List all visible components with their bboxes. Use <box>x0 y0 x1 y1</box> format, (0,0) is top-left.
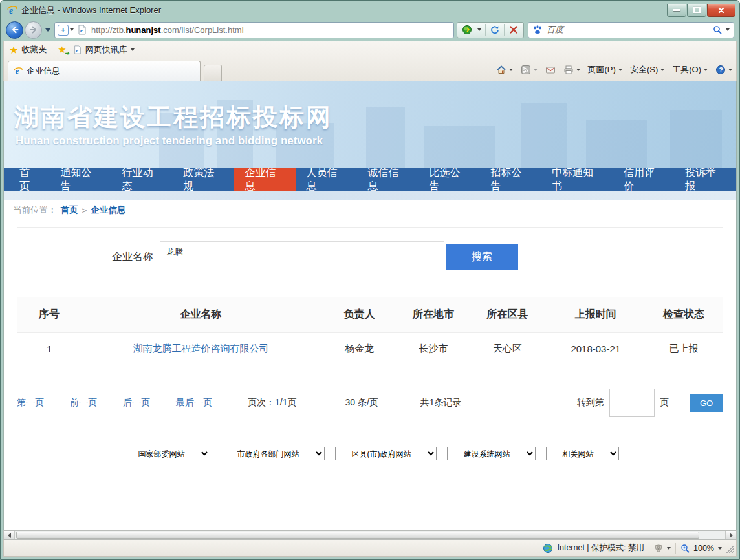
header-manager: 负责人 <box>321 297 398 332</box>
company-name-label: 企业名称 <box>112 250 153 264</box>
nav-item-corp-info[interactable]: 企业信息 <box>234 168 296 191</box>
scroll-left-button[interactable] <box>4 531 15 539</box>
webslice-dropdown[interactable] <box>131 48 135 51</box>
navigation-bar: + e http://ztb.hunanjst.com/list/CorpLis… <box>3 19 737 41</box>
search-engine-box[interactable]: 百度 <box>528 22 734 38</box>
nav-item-award-notice[interactable]: 中标通知书 <box>541 168 613 191</box>
close-button[interactable] <box>707 4 735 17</box>
nav-item-industry[interactable]: 行业动态 <box>111 168 173 191</box>
national-ministries-select[interactable]: ===国家部委网站=== <box>122 447 210 460</box>
home-button[interactable] <box>496 65 513 75</box>
minimize-icon <box>673 9 680 11</box>
goto-page-suffix: 页 <box>660 397 669 409</box>
district-government-select[interactable]: ===区县(市)政府网站=== <box>335 447 437 460</box>
company-name-input[interactable]: 龙腾 <box>160 241 444 272</box>
breadcrumb-current-link[interactable]: 企业信息 <box>91 204 125 216</box>
tools-menu-button[interactable]: 工具(O) <box>672 64 708 76</box>
quick-add-dropdown[interactable] <box>70 28 74 31</box>
page-menu-button[interactable]: 页面(P) <box>588 64 622 76</box>
cell-index: 1 <box>17 332 81 365</box>
nav-item-notices[interactable]: 通知公告 <box>50 168 111 191</box>
search-options-dropdown[interactable] <box>726 28 730 31</box>
nav-item-integrity[interactable]: 诚信信息 <box>357 168 419 191</box>
resize-grip[interactable] <box>724 544 734 553</box>
safety-menu-button[interactable]: 安全(S) <box>630 64 664 76</box>
read-mail-button[interactable] <box>545 65 556 75</box>
help-icon: ? <box>715 65 726 75</box>
feeds-dropdown[interactable] <box>534 69 538 71</box>
zoom-dropdown <box>718 547 722 550</box>
last-page-link[interactable]: 最后一页 <box>176 397 212 409</box>
nav-item-complaint[interactable]: 投诉举报 <box>675 168 736 191</box>
scrollbar-thumb[interactable] <box>16 532 699 539</box>
header-check-status: 检查状态 <box>645 297 723 332</box>
tab-ie-icon: e <box>14 67 23 76</box>
stop-button[interactable] <box>506 23 521 37</box>
mail-icon <box>545 65 556 75</box>
cell-district: 天心区 <box>469 332 547 365</box>
nav-item-home[interactable]: 首页 <box>9 168 50 191</box>
svg-text:?: ? <box>719 67 723 74</box>
add-to-favorites-bar-icon[interactable]: ★➜ <box>58 44 66 56</box>
next-page-link[interactable]: 后一页 <box>123 397 150 409</box>
status-bar: Internet | 保护模式: 禁用 100% <box>3 540 737 557</box>
construction-system-select[interactable]: ===建设系统网站=== <box>447 447 536 460</box>
nav-item-personnel[interactable]: 人员信息 <box>296 168 357 191</box>
header-company-name: 企业名称 <box>81 297 321 332</box>
forward-button[interactable] <box>25 21 42 39</box>
scroll-left-icon <box>8 533 11 538</box>
first-page-link[interactable]: 第一页 <box>17 397 44 409</box>
help-button[interactable]: ? <box>715 65 732 75</box>
nav-item-comparison[interactable]: 比选公告 <box>419 168 480 191</box>
company-link[interactable]: 湖南龙腾工程造价咨询有限公司 <box>133 343 268 354</box>
back-button[interactable] <box>6 21 23 39</box>
new-tab-button[interactable] <box>204 65 222 81</box>
stop-icon <box>508 25 519 35</box>
addon-button[interactable] <box>459 23 475 37</box>
addon-dropdown[interactable] <box>475 23 484 37</box>
favorites-button[interactable]: 收藏夹 <box>21 44 47 56</box>
search-magnifier-icon[interactable] <box>713 25 722 34</box>
site-banner: 湖南省建设工程招标投标网 Hunan construction project … <box>4 81 736 168</box>
address-bar[interactable]: + e http://ztb.hunanjst.com/list/CorpLis… <box>54 22 454 38</box>
feeds-button[interactable] <box>521 65 538 75</box>
home-icon <box>496 65 506 75</box>
print-dropdown[interactable] <box>576 69 580 71</box>
search-button[interactable]: 搜索 <box>446 244 518 270</box>
breadcrumb-home-link[interactable]: 首页 <box>61 204 78 216</box>
quick-add-button[interactable]: + <box>58 25 69 36</box>
tools-menu-dropdown <box>704 69 708 71</box>
goto-page-input[interactable] <box>609 389 655 417</box>
recent-pages-dropdown[interactable] <box>45 28 50 32</box>
nav-item-policy[interactable]: 政策法规 <box>173 168 234 191</box>
table-header-row: 序号 企业名称 负责人 所在地市 所在区县 上报时间 检查状态 <box>17 297 723 332</box>
window-title: 企业信息 - Windows Internet Explorer <box>21 5 161 16</box>
cell-date: 2018-03-21 <box>546 332 645 365</box>
horizontal-scrollbar[interactable] <box>3 530 737 540</box>
tab-corp-info[interactable]: e 企业信息 <box>8 61 201 81</box>
goto-page-label: 转到第 <box>577 397 604 409</box>
nav-item-credit[interactable]: 信用评价 <box>613 168 675 191</box>
close-icon <box>717 6 726 15</box>
prev-page-link[interactable]: 前一页 <box>70 397 97 409</box>
tab-label: 企业信息 <box>27 65 60 77</box>
webslice-gallery-button[interactable]: 网页快讯库 <box>85 44 127 56</box>
go-button[interactable]: GO <box>690 394 723 412</box>
scroll-right-button[interactable] <box>725 531 736 539</box>
related-sites-select[interactable]: ===相关网站=== <box>546 447 619 460</box>
minimize-button[interactable] <box>667 4 686 17</box>
nav-item-tender[interactable]: 招标公告 <box>480 168 541 191</box>
browser-window: e 企业信息 - Windows Internet Explorer <box>0 0 740 560</box>
zoom-control[interactable]: 100% <box>680 544 722 553</box>
print-button[interactable] <box>563 65 580 75</box>
refresh-button[interactable] <box>487 23 503 37</box>
breadcrumb: 当前位置： 首页 > 企业信息 <box>4 200 736 221</box>
footer-link-selects: ===国家部委网站=== ===市政府各部门网站=== ===区县(市)政府网站… <box>4 447 736 460</box>
header-report-date: 上报时间 <box>546 297 645 332</box>
back-icon <box>10 25 20 35</box>
home-dropdown[interactable] <box>509 69 513 71</box>
protected-mode-button[interactable] <box>654 544 671 553</box>
city-departments-select[interactable]: ===市政府各部门网站=== <box>221 447 325 460</box>
page-info: 页次：1/1页 <box>248 397 296 409</box>
maximize-button[interactable] <box>687 4 706 17</box>
